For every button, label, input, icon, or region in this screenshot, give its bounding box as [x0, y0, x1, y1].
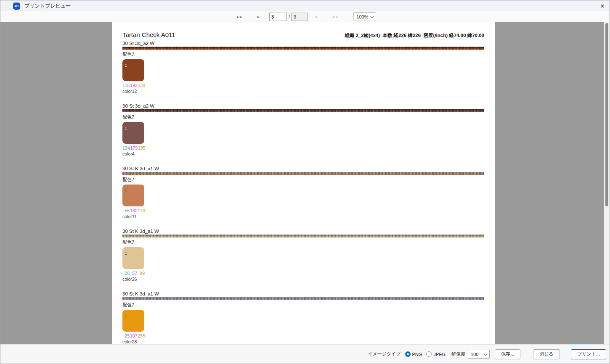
image-type-label: イメージタイプ [368, 351, 401, 357]
first-page-button[interactable]: << [234, 13, 245, 20]
footer-bar: イメージタイプ PNG JPEG 解像度 100 保存... 閉じる プリント.… [0, 344, 610, 364]
color-name: color26 [122, 277, 484, 282]
document-header: Tartan Check A011 組織 2_2綾(4x4) 本数 経226 緯… [122, 31, 484, 39]
pattern-section: 30 St K 3d_a1 W 配色7 1 55130170 color11 [122, 166, 484, 219]
swatch-values: 25107255 [122, 333, 484, 339]
value-number: 185 [138, 145, 146, 151]
palette-label: 配色7 [122, 52, 484, 57]
value-number: 118 [122, 83, 130, 88]
title-bar: 4D プリントプレビュー ✕ [0, 0, 610, 11]
preview-toolbar: << < / 3 > >> 100% [0, 11, 610, 22]
value-number: 230 [138, 83, 146, 88]
color-swatch: 1 [122, 310, 144, 332]
thread-bar [122, 47, 484, 50]
sections: 30 St 3d_a2 W 配色7 1 118192230 color12 30… [122, 41, 484, 344]
thread-bar [122, 172, 484, 175]
pattern-section: 30 St K 3d_a1 W 配色7 1 25107255 color28 [122, 291, 484, 344]
thread-bar [122, 235, 484, 237]
total-pages-field: 3 [291, 13, 308, 21]
value-number: 99 [138, 271, 145, 276]
thread-bar [122, 297, 484, 300]
swatch-index: 1 [125, 126, 127, 130]
value-number: 107 [130, 333, 138, 339]
value-number: 28 [122, 271, 130, 276]
preview-canvas: Tartan Check A011 組織 2_2綾(4x4) 本数 経226 緯… [0, 22, 610, 344]
swatch-index: 1 [125, 189, 127, 193]
png-radio[interactable] [405, 351, 411, 357]
png-label: PNG [412, 352, 422, 357]
document-page: Tartan Check A011 組織 2_2綾(4x4) 本数 経226 緯… [112, 22, 495, 344]
palette-label: 配色7 [122, 114, 484, 119]
palette-label: 配色7 [122, 177, 484, 182]
swatch-index: 1 [125, 63, 127, 68]
next-page-button[interactable]: > [312, 13, 320, 20]
zoom-select[interactable]: 100% [353, 12, 376, 21]
page-separator: / [289, 14, 290, 19]
resolution-value: 100 [471, 352, 478, 357]
chevron-down-icon [371, 15, 374, 18]
close-button[interactable]: 閉じる [533, 349, 560, 359]
swatch-index: 1 [125, 314, 127, 318]
value-number: 130 [130, 208, 138, 214]
value-number: 25 [122, 333, 130, 339]
swatch-values: 134179185 [122, 145, 484, 151]
color-name: color28 [122, 339, 484, 344]
value-number: 134 [122, 145, 130, 151]
window-title: プリントプレビュー [24, 3, 71, 10]
pattern-section: 30 St 3d_a2 W 配色7 1 118192230 color12 [122, 41, 484, 94]
color-swatch: 1 [122, 185, 144, 206]
resolution-select[interactable]: 100 [468, 350, 490, 359]
jpeg-label: JPEG [433, 352, 446, 357]
swatch-values: 55130170 [122, 208, 484, 214]
value-number: 170 [138, 208, 146, 214]
vertical-scrollbar[interactable] [604, 22, 610, 344]
value-number: 192 [130, 83, 138, 88]
palette-label: 配色7 [122, 240, 484, 245]
print-button[interactable]: プリント... [571, 349, 606, 359]
document-title: Tartan Check A011 [122, 31, 175, 38]
close-icon[interactable]: ✕ [598, 2, 607, 10]
last-page-button[interactable]: >> [329, 13, 341, 20]
swatch-values: 118192230 [122, 83, 484, 88]
section-header: 30 St 3d_a2 W [122, 41, 484, 46]
section-header: 30 St K 3d_a1 W [122, 291, 484, 297]
zoom-value: 100% [356, 14, 368, 19]
value-number: 255 [138, 333, 146, 339]
color-name: color4 [122, 151, 484, 157]
color-name: color11 [122, 214, 484, 219]
color-swatch: 1 [122, 59, 144, 81]
previous-page-button[interactable]: < [255, 13, 263, 20]
color-swatch: 1 [122, 122, 144, 144]
swatch-index: 1 [125, 251, 127, 256]
section-header: 30 St 3d_a2 W [122, 103, 484, 109]
value-number: 179 [130, 145, 138, 151]
thread-bar [122, 109, 484, 112]
print-preview-window: 4D プリントプレビュー ✕ << < / 3 > >> 100% Tartan… [0, 0, 610, 364]
color-name: color12 [122, 89, 484, 94]
pattern-section: 30 St K 3d_a1 W 配色7 1 285799 color26 [122, 229, 484, 282]
chevron-down-icon [484, 352, 488, 356]
app-4d-logo-icon: 4D [13, 3, 20, 10]
scrollbar-thumb[interactable] [605, 23, 608, 206]
color-swatch: 1 [122, 247, 144, 269]
pattern-section: 30 St 3d_a2 W 配色7 1 134179185 color4 [122, 103, 484, 157]
current-page-input[interactable] [269, 13, 287, 21]
section-header: 30 St K 3d_a1 W [122, 166, 484, 171]
weave-spec-text: 組織 2_2綾(4x4) 本数 経226 緯226 密度(/inch) 経74.… [345, 32, 484, 39]
value-number: 55 [122, 208, 130, 214]
swatch-values: 285799 [122, 271, 484, 276]
save-button[interactable]: 保存... [495, 349, 520, 359]
palette-label: 配色7 [122, 302, 484, 307]
value-number: 57 [130, 271, 137, 276]
jpeg-radio[interactable] [426, 351, 432, 357]
section-header: 30 St K 3d_a1 W [122, 229, 484, 234]
resolution-label: 解像度 [451, 351, 465, 357]
